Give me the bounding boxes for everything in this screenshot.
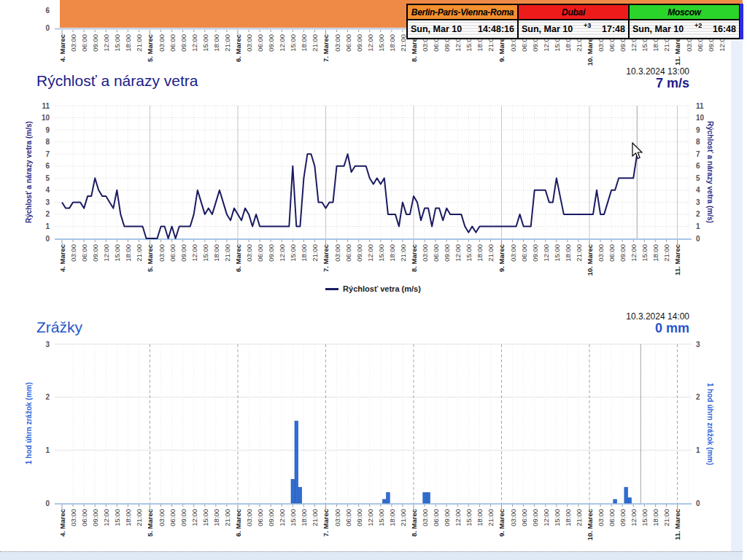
svg-text:15:00: 15:00 (465, 509, 473, 526)
svg-text:18:00: 18:00 (124, 509, 132, 526)
svg-text:09:00: 09:00 (531, 244, 539, 262)
svg-text:06:00: 06:00 (432, 509, 440, 526)
svg-text:4: 4 (696, 186, 700, 194)
svg-text:21:00: 21:00 (311, 34, 319, 52)
precip-bar[interactable] (383, 499, 387, 503)
svg-text:12:00: 12:00 (542, 244, 550, 262)
precip-bar[interactable] (628, 498, 632, 503)
precip-chart-title: Zrážky (36, 319, 82, 336)
svg-text:09:00: 09:00 (179, 509, 187, 526)
svg-text:18:00: 18:00 (212, 509, 220, 526)
svg-text:15:00: 15:00 (377, 509, 385, 526)
svg-text:12:00: 12:00 (630, 509, 638, 526)
svg-text:03:00: 03:00 (333, 509, 341, 526)
weather-dashboard: 604. Marec03:0006:0009:0012:0015:0018:00… (0, 0, 747, 560)
clock-date: Sun, Mar 10 (411, 24, 462, 34)
clock-city-header: Dubai (519, 5, 628, 20)
svg-text:3: 3 (696, 341, 700, 349)
svg-text:15:00: 15:00 (640, 244, 649, 262)
svg-text:03:00: 03:00 (509, 244, 517, 262)
svg-text:06:00: 06:00 (256, 509, 264, 526)
svg-text:1: 1 (696, 222, 700, 230)
svg-text:09:00: 09:00 (91, 34, 99, 52)
clock-city-header: Moscow (630, 5, 739, 20)
svg-text:7. Marec: 7. Marec (322, 509, 330, 537)
clock-utc-offset: +2 (684, 22, 713, 29)
svg-text:3: 3 (45, 341, 50, 349)
svg-text:21:00: 21:00 (575, 509, 583, 526)
svg-text:18:00: 18:00 (564, 509, 572, 526)
wind-speed-line[interactable] (62, 154, 637, 238)
wind-chart-title: Rýchlosť a nárazy vetra (36, 72, 198, 90)
svg-text:15:00: 15:00 (640, 509, 649, 526)
svg-text:12:00: 12:00 (366, 34, 374, 52)
svg-text:06:00: 06:00 (344, 34, 352, 52)
svg-text:21:00: 21:00 (487, 244, 495, 262)
legend-line-swatch (325, 288, 338, 290)
svg-text:3: 3 (45, 198, 50, 206)
svg-text:21:00: 21:00 (223, 244, 231, 262)
svg-text:03:00: 03:00 (333, 244, 341, 262)
svg-text:06:00: 06:00 (169, 244, 177, 262)
svg-text:2: 2 (696, 210, 700, 218)
svg-text:15:00: 15:00 (201, 34, 209, 52)
svg-text:10. Marec: 10. Marec (586, 244, 594, 276)
wind-chart-grid (55, 106, 692, 238)
clock-date: Sun, Mar 10 (522, 24, 573, 34)
svg-text:12:00: 12:00 (630, 244, 638, 262)
svg-text:12:00: 12:00 (278, 509, 286, 526)
svg-text:03:00: 03:00 (69, 34, 77, 52)
svg-text:12:00: 12:00 (278, 34, 286, 52)
svg-text:10: 10 (42, 114, 50, 122)
svg-text:12:00: 12:00 (190, 34, 198, 52)
svg-text:06:00: 06:00 (256, 244, 264, 262)
svg-text:12:00: 12:00 (190, 509, 198, 526)
svg-text:18:00: 18:00 (300, 34, 308, 52)
svg-text:03:00: 03:00 (245, 509, 253, 526)
svg-text:18:00: 18:00 (124, 244, 132, 262)
precip-bar[interactable] (427, 493, 430, 504)
wind-current-value: 7 m/s (626, 77, 689, 90)
svg-text:21:00: 21:00 (223, 34, 231, 52)
svg-text:5. Marec: 5. Marec (146, 509, 154, 537)
svg-text:1: 1 (45, 446, 50, 454)
clock-column-dubai: DubaiSun, Mar 10+317:48 (517, 4, 630, 39)
svg-text:7. Marec: 7. Marec (322, 34, 330, 62)
precip-bar[interactable] (387, 493, 390, 504)
svg-text:06:00: 06:00 (169, 34, 177, 52)
svg-text:4: 4 (45, 186, 50, 194)
clock-date: Sun, Mar 10 (632, 24, 684, 34)
svg-text:5. Marec: 5. Marec (146, 34, 154, 62)
svg-text:06:00: 06:00 (520, 244, 528, 262)
svg-text:15:00: 15:00 (113, 244, 121, 262)
svg-text:18:00: 18:00 (388, 509, 396, 526)
svg-text:15:00: 15:00 (553, 509, 561, 526)
wind-timestamp: 10.3.2024 13:00 (626, 66, 689, 77)
precip-y-axis-label-left: 1 hod úhrn zrážok (mm) (23, 344, 34, 503)
precip-bar[interactable] (298, 487, 302, 503)
svg-text:6: 6 (696, 162, 700, 170)
svg-text:12:00: 12:00 (366, 509, 374, 526)
precip-bar[interactable] (614, 499, 617, 503)
clock-utc-offset: +3 (573, 22, 602, 29)
svg-text:06:00: 06:00 (80, 34, 88, 52)
wind-legend[interactable]: Rýchlosť vetra (m/s) (55, 284, 692, 293)
svg-text:21:00: 21:00 (662, 244, 670, 262)
precip-bar[interactable] (295, 421, 298, 503)
svg-text:15:00: 15:00 (465, 244, 473, 262)
clock-time: 14:48:16 (478, 24, 514, 34)
svg-text:12:00: 12:00 (102, 34, 110, 52)
precip-chart-y-numbers: 00112233 (45, 341, 700, 508)
svg-text:7: 7 (696, 150, 700, 158)
precip-bar[interactable] (423, 493, 427, 504)
svg-text:18:00: 18:00 (476, 509, 484, 526)
svg-text:4. Marec: 4. Marec (58, 244, 66, 272)
svg-text:5: 5 (696, 174, 700, 182)
precip-bar[interactable] (291, 479, 295, 503)
svg-text:2: 2 (45, 210, 50, 218)
svg-text:15:00: 15:00 (377, 244, 385, 262)
svg-text:10. Marec: 10. Marec (586, 509, 594, 540)
precip-bar[interactable] (624, 487, 628, 503)
precip-current-value: 0 mm (626, 322, 689, 335)
svg-text:09:00: 09:00 (531, 509, 539, 526)
